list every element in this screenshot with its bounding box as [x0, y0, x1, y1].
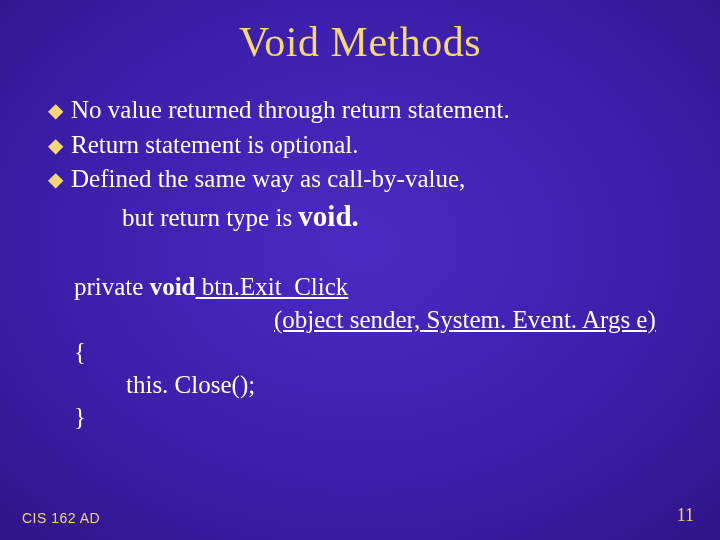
void-keyword: void. — [298, 200, 358, 232]
bullet-text: No value returned through return stateme… — [71, 94, 680, 127]
slide: Void Methods ◆ No value returned through… — [0, 0, 720, 540]
bullet-text: Return statement is optional. — [71, 129, 680, 162]
code-text: private — [74, 273, 150, 300]
bullet-item: ◆ No value returned through return state… — [48, 94, 680, 127]
diamond-icon: ◆ — [48, 97, 63, 123]
code-block: private void btn.Exit_Click (object send… — [0, 271, 720, 434]
bullet-item: ◆ Defined the same way as call-by-value, — [48, 163, 680, 196]
bullet-item: ◆ Return statement is optional. — [48, 129, 680, 162]
bullet-continuation: but return type is void. — [48, 198, 680, 236]
code-line: private void btn.Exit_Click — [74, 271, 690, 304]
code-line: } — [74, 401, 690, 434]
code-line: this. Close(); — [74, 369, 690, 402]
code-line: { — [74, 336, 690, 369]
diamond-icon: ◆ — [48, 166, 63, 192]
page-number: 11 — [677, 505, 694, 526]
bullet-list: ◆ No value returned through return state… — [0, 94, 720, 235]
diamond-icon: ◆ — [48, 132, 63, 158]
bullet-text-prefix: but return type is — [122, 204, 298, 231]
method-name: btn.Exit_Click — [196, 273, 349, 300]
footer-course: CIS 162 AD — [22, 510, 100, 526]
bullet-text: Defined the same way as call-by-value, — [71, 163, 680, 196]
void-keyword: void — [150, 273, 196, 300]
slide-title: Void Methods — [0, 0, 720, 66]
code-line: (object sender, System. Event. Args e) — [74, 304, 690, 337]
